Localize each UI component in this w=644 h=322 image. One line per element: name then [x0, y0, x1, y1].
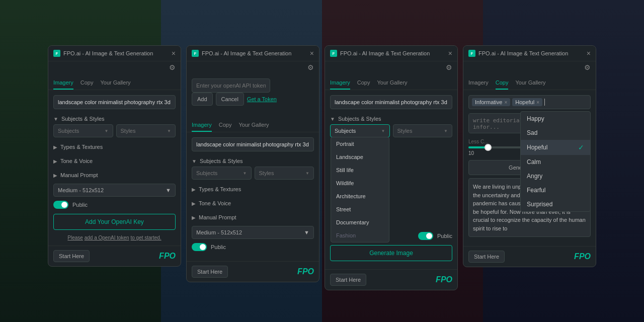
- tab-imagery-2[interactable]: Imagery: [192, 120, 212, 132]
- panels-container: F FPO.ai - AI Image & Text Generation × …: [0, 0, 644, 322]
- panel4-title: FPO.ai - AI Image & Text Generation: [478, 50, 568, 56]
- accordion-subjects-header-3[interactable]: ▼ Subjects & Styles: [330, 113, 452, 124]
- start-here-button-2[interactable]: Start Here: [192, 266, 228, 278]
- get-token-link[interactable]: Get a Token: [247, 96, 277, 102]
- panel2-gear-icon[interactable]: ⚙: [307, 63, 314, 71]
- panel2-tabs: Imagery Copy Your Gallery: [187, 116, 319, 132]
- accordion-types-header-2[interactable]: ▶ Types & Textures: [192, 184, 314, 195]
- tab-imagery-3[interactable]: Imagery: [330, 77, 350, 90]
- styles-select-1[interactable]: Styles ▼: [116, 124, 176, 137]
- tone-angry[interactable]: Angry: [521, 169, 590, 183]
- toggle-knob-3: [426, 233, 432, 239]
- panel4-header-left: F FPO.ai - AI Image & Text Generation: [468, 50, 568, 57]
- accordion-subjects-header-1[interactable]: ▼ Subjects & Styles: [53, 113, 176, 124]
- dropdown-item-portrait[interactable]: Portrait: [331, 137, 389, 150]
- accordion-manual-2: ▶ Manual Prompt: [192, 212, 314, 223]
- accordion-manual-header-2[interactable]: ▶ Manual Prompt: [192, 212, 314, 223]
- tone-calm[interactable]: Calm: [521, 155, 590, 169]
- panel1-close-button[interactable]: ×: [172, 50, 176, 57]
- tone-fearful[interactable]: Fearful: [521, 183, 590, 197]
- hopeful-close-icon[interactable]: ×: [536, 100, 539, 105]
- tone-label-2: Tone & Voice: [199, 200, 231, 206]
- slider-thumb[interactable]: [485, 144, 492, 151]
- accordion-subjects-1: ▼ Subjects & Styles Subjects ▼ Styles ▼: [53, 113, 176, 137]
- toggle-row-2: Public: [192, 243, 314, 251]
- dropdown-item-fashion[interactable]: Fashion: [331, 229, 389, 242]
- add-token-link[interactable]: add a OpenAI token: [85, 235, 129, 240]
- imagery-input-2[interactable]: [192, 137, 314, 151]
- slider-fill: [468, 146, 487, 148]
- tab-gallery-2[interactable]: Your Gallery: [238, 120, 269, 132]
- subjects-placeholder-1: Subjects: [58, 128, 79, 134]
- panel3-footer: Start Here FPO: [325, 269, 457, 290]
- dropdown-item-stilllife[interactable]: Still life: [331, 164, 389, 177]
- public-toggle-3[interactable]: [418, 232, 433, 240]
- panel4-body: Informative × Hopeful × Happy Sad Hopefu…: [463, 90, 596, 246]
- fpo-logo-4: F: [468, 50, 475, 57]
- styles-select-3[interactable]: Styles ▼: [393, 124, 453, 137]
- panel2-close-button[interactable]: ×: [310, 50, 314, 57]
- tab-copy-3[interactable]: Copy: [357, 77, 370, 90]
- dropdown-item-wildlife[interactable]: Wildlife: [331, 177, 389, 190]
- subjects-select-1[interactable]: Subjects ▼: [53, 124, 113, 137]
- cancel-button-2[interactable]: Cancel: [216, 93, 244, 106]
- tab-gallery-3[interactable]: Your Gallery: [377, 77, 407, 90]
- dropdown-item-landscape[interactable]: Landscape: [331, 150, 389, 164]
- panel1-gear-icon[interactable]: ⚙: [169, 63, 176, 71]
- tone-hopeful[interactable]: Hopeful ✓: [521, 140, 590, 155]
- size-select-2[interactable]: Medium - 512x512 ▼: [192, 226, 314, 239]
- public-toggle-1[interactable]: [53, 201, 68, 209]
- accordion-subjects-header-2[interactable]: ▼ Subjects & Styles: [192, 155, 314, 167]
- tone-surprised[interactable]: Surprised: [521, 197, 590, 211]
- add-token-button[interactable]: Add: [192, 93, 213, 106]
- tab-copy-2[interactable]: Copy: [219, 120, 232, 132]
- tab-copy-1[interactable]: Copy: [80, 77, 94, 90]
- styles-select-2[interactable]: Styles ▼: [255, 167, 314, 180]
- panel3-title: FPO.ai - AI Image & Text Generation: [340, 50, 430, 56]
- start-here-button-1[interactable]: Start Here: [53, 250, 90, 262]
- tab-copy-4[interactable]: Copy: [496, 77, 509, 90]
- dropdown-item-architecture[interactable]: Architecture: [331, 190, 389, 203]
- tone-sad[interactable]: Sad: [521, 126, 590, 140]
- fpo-brand-1: FPO: [159, 252, 176, 261]
- styles-arrow-3: ▼: [444, 129, 448, 133]
- subjects-arrow-1: ▼: [105, 129, 109, 133]
- start-here-button-3[interactable]: Start Here: [330, 274, 366, 286]
- accordion-manual-header-1[interactable]: ▶ Manual Prompt: [53, 170, 176, 181]
- subjects-dropdown: Portrait Landscape Still life Wildlife A…: [331, 137, 389, 243]
- tab-gallery-4[interactable]: Your Gallery: [515, 77, 545, 90]
- chevron-down-icon-2: ▼: [192, 158, 197, 164]
- generate-image-button[interactable]: Generate Image: [330, 245, 452, 261]
- panel3-gear-icon[interactable]: ⚙: [446, 63, 452, 71]
- tab-imagery-1[interactable]: Imagery: [53, 77, 73, 90]
- accordion-tone-header-1[interactable]: ▶ Tone & Voice: [53, 155, 176, 167]
- tone-happy[interactable]: Happy: [521, 112, 590, 126]
- subjects-label-2: Subjects & Styles: [200, 158, 243, 164]
- start-here-button-4[interactable]: Start Here: [468, 251, 505, 263]
- subjects-select-3[interactable]: Subjects ▼ Portrait Landscape Still life…: [330, 124, 390, 137]
- size-select-1[interactable]: Medium - 512x512 ▼: [53, 184, 176, 197]
- subjects-select-2[interactable]: Subjects ▼: [192, 167, 252, 180]
- informative-close-icon[interactable]: ×: [504, 100, 507, 105]
- add-openai-key-button[interactable]: Add Your OpenAI Key: [53, 214, 176, 230]
- dropdown-item-street[interactable]: Street: [331, 203, 389, 216]
- informative-tag: Informative ×: [472, 98, 510, 106]
- tab-imagery-4[interactable]: Imagery: [468, 77, 489, 90]
- dropdown-item-documentary[interactable]: Documentary: [331, 216, 389, 229]
- toggle-knob-2: [200, 244, 206, 250]
- help-after: to get started.: [130, 235, 161, 240]
- chevron-right-icon-manual-1: ▶: [53, 173, 57, 178]
- panel3-header: F FPO.ai - AI Image & Text Generation ×: [325, 46, 457, 61]
- accordion-tone-header-2[interactable]: ▶ Tone & Voice: [192, 198, 314, 209]
- accordion-types-header-1[interactable]: ▶ Types & Textures: [53, 141, 176, 152]
- api-token-input[interactable]: [192, 78, 270, 93]
- public-toggle-2[interactable]: [192, 243, 207, 251]
- panel3-close-button[interactable]: ×: [448, 50, 452, 57]
- imagery-input-3[interactable]: [330, 95, 452, 109]
- tone-tag-input[interactable]: Informative × Hopeful ×: [468, 95, 591, 109]
- tab-gallery-1[interactable]: Your Gallery: [100, 77, 130, 90]
- panel4-gear-icon[interactable]: ⚙: [584, 63, 591, 71]
- panel4-close-button[interactable]: ×: [587, 50, 591, 57]
- chevron-right-icon-manual-2: ▶: [192, 215, 196, 220]
- imagery-input-1[interactable]: [53, 95, 176, 109]
